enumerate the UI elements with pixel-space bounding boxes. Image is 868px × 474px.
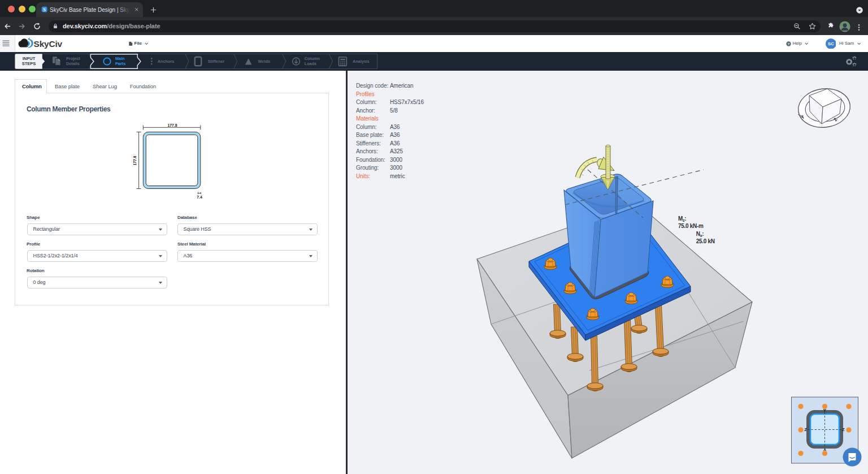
svg-text:Nx:: Nx: [696,231,704,238]
svg-text:Details: Details [66,61,80,66]
svg-text:Analysis: Analysis [353,59,370,64]
svg-text:Column: Column [305,56,320,61]
svg-text:Z: Z [842,427,845,432]
svg-text:?: ? [788,41,790,45]
svg-text:Stiffener: Stiffener [208,59,225,64]
svg-text:STEPS: STEPS [22,61,36,66]
svg-text:Project: Project [66,56,80,61]
svg-text:S: S [43,7,46,12]
svg-text:Parts: Parts [115,61,125,66]
svg-text:SC: SC [828,41,834,46]
svg-text:Mz:: Mz: [678,216,686,222]
svg-text:Anchors: Anchors [158,59,175,64]
svg-text:Welds: Welds [258,59,270,64]
svg-text:Y: Y [823,447,826,452]
svg-text:7.4: 7.4 [197,195,202,199]
svg-text:177.8: 177.8 [167,123,177,127]
svg-text:Main: Main [115,56,125,61]
svg-text:25.0 kN: 25.0 kN [696,238,715,244]
svg-text:INPUT: INPUT [23,56,36,61]
svg-text:Z: Z [804,427,807,432]
svg-text:Y: Y [823,408,827,413]
svg-text:177.8: 177.8 [133,156,137,165]
svg-text:Loads: Loads [305,61,317,66]
svg-text:75.0 kN-m: 75.0 kN-m [678,223,704,229]
